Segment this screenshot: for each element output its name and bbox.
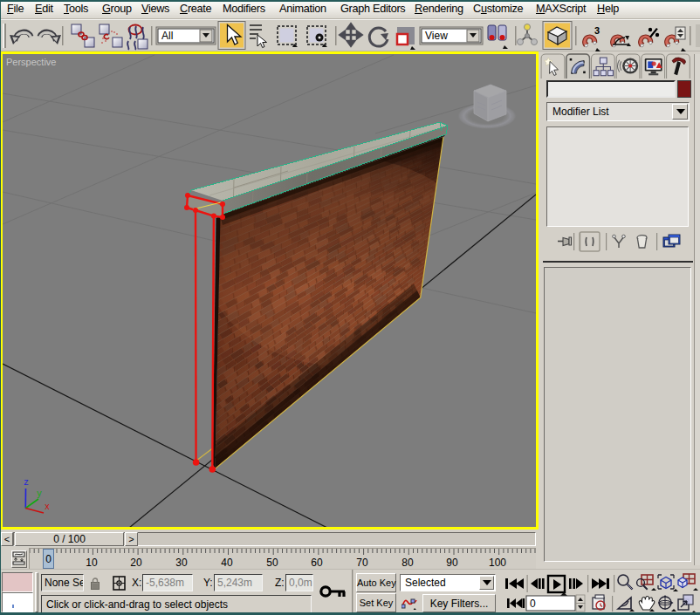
svg-text:View: View: [425, 30, 448, 42]
svg-text:0: 0: [530, 598, 536, 610]
svg-text:All: All: [161, 30, 173, 42]
svg-text:3: 3: [594, 25, 600, 36]
svg-text:z: z: [24, 478, 29, 488]
svg-text:x: x: [45, 502, 50, 512]
svg-text:y: y: [37, 489, 42, 499]
